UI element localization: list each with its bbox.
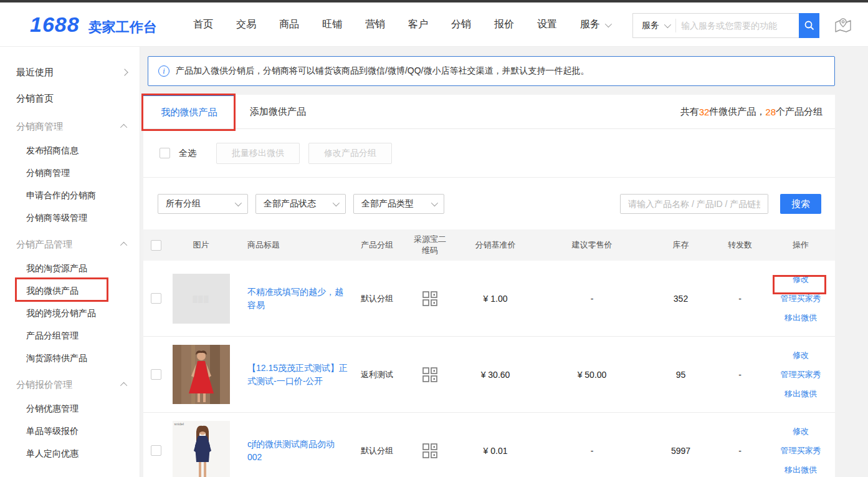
logo-1688[interactable]: 1688	[30, 12, 80, 37]
nav-item-settings[interactable]: 设置	[537, 18, 557, 31]
sidebar-section-distribution-product-management[interactable]: 分销产品管理	[0, 231, 140, 258]
remove-weigong-link[interactable]: 移出微供	[785, 388, 817, 400]
sidebar-section-distributor-management[interactable]: 分销商管理	[0, 113, 140, 140]
header-checkbox[interactable]	[151, 240, 161, 251]
sidebar-item-label: 我的微供产品	[26, 286, 79, 297]
row-checkbox[interactable]	[151, 445, 161, 456]
batch-remove-button[interactable]: 批量移出微供	[216, 143, 300, 164]
top-search-input[interactable]	[676, 21, 799, 31]
product-summary: 共有32件微供产品，28个产品分组	[680, 95, 823, 129]
nav-item-quotes[interactable]: 报价	[494, 18, 514, 31]
sidebar-item-publish-investment-info[interactable]: 发布招商信息	[0, 140, 140, 162]
group-filter-value: 所有分组	[166, 198, 201, 210]
sidebar-item-single-product-level-quote[interactable]: 单品等级报价	[0, 420, 140, 443]
nav-item-distribution[interactable]: 分销	[451, 18, 471, 31]
product-title-link[interactable]: 【12.15茂茂正式测试】正式测试-一口价-公开	[247, 362, 349, 388]
manage-buyer-show-link[interactable]: 管理买家秀	[781, 293, 821, 304]
magnifier-icon	[804, 20, 815, 31]
col-header-base-price: 分销基准价	[455, 239, 536, 251]
top-search-button[interactable]	[799, 13, 819, 38]
nav-item-shop[interactable]: 旺铺	[322, 18, 342, 31]
change-group-button[interactable]: 修改产品分组	[308, 143, 392, 164]
nav-item-marketing[interactable]: 营销	[365, 18, 385, 31]
sidebar-section-distribution-quote-management[interactable]: 分销报价管理	[0, 372, 140, 398]
sidebar-item-product-group-management[interactable]: 产品分组管理	[0, 325, 140, 347]
forwards-value: -	[738, 370, 742, 380]
summary-product-count: 32	[699, 107, 710, 117]
chevron-right-icon	[121, 69, 128, 75]
remove-weigong-link[interactable]: 移出微供	[785, 465, 817, 476]
sidebar-item-distributor-level-management[interactable]: 分销商等级管理	[0, 207, 140, 229]
tab-add-weigong-products[interactable]: 添加微供产品	[236, 95, 320, 128]
sidebar-item-distributor-management[interactable]: 分销商管理	[0, 162, 140, 185]
nav-item-services[interactable]: 服务	[580, 18, 610, 31]
edit-link[interactable]: 修改	[793, 426, 809, 437]
status-filter-dropdown[interactable]: 全部产品状态	[255, 194, 346, 214]
sidebar-item-my-crossborder-products[interactable]: 我的跨境分销产品	[0, 302, 140, 325]
top-search-box: 服务	[632, 13, 819, 38]
row-actions: 修改 管理买家秀 移出微供	[766, 350, 835, 400]
remove-weigong-link[interactable]: 移出微供	[785, 312, 817, 324]
row-checkbox[interactable]	[151, 369, 161, 380]
image-watermark: ▒▒▒	[193, 295, 209, 302]
seller-workspace-page: 1688 卖家工作台 首页 交易 商品 旺铺 营销 客户 分销 报价 设置 服务…	[0, 0, 868, 477]
nav-item-trade[interactable]: 交易	[236, 18, 256, 31]
sidebar-item-label: 分销首页	[16, 93, 54, 105]
base-price: ¥ 0.01	[484, 446, 508, 456]
site-map-button[interactable]	[832, 15, 854, 36]
select-all-checkbox[interactable]	[160, 148, 170, 158]
chevron-up-icon	[120, 382, 127, 389]
table-header: 图片 商品标题 产品分组 采源宝二维码 分销基准价 建议零售价 库存 转发数 操…	[143, 229, 835, 261]
main-content: i 产品加入微供分销后，分销商将可以铺货该商品到微信/微博/QQ/微小店等社交渠…	[143, 47, 835, 477]
product-image[interactable]: ▒▒▒	[173, 274, 230, 324]
sidebar-item-distribution-home[interactable]: 分销首页	[0, 85, 140, 112]
group-filter-dropdown[interactable]: 所有分组	[158, 194, 248, 214]
select-all-label[interactable]: 全选	[179, 148, 196, 159]
qr-code-icon[interactable]	[422, 367, 438, 383]
qr-code-icon[interactable]	[422, 443, 438, 459]
nav-item-products[interactable]: 商品	[279, 18, 299, 31]
manage-buyer-show-link[interactable]: 管理买家秀	[781, 369, 821, 380]
nav-item-customers[interactable]: 客户	[408, 18, 428, 31]
product-search-input[interactable]	[621, 195, 768, 213]
sidebar-item-recently-used[interactable]: 最近使用	[0, 59, 140, 85]
qr-code-icon[interactable]	[422, 291, 438, 307]
type-filter-value: 全部产品类型	[361, 198, 414, 210]
sidebar-item-my-taohuoyuan-products[interactable]: 我的淘货源产品	[0, 258, 140, 280]
sidebar-item-label: 发布招商信息	[26, 145, 79, 157]
product-title-link[interactable]: 不精准或填写的越少，越容易	[247, 286, 349, 312]
sidebar-section-label: 分销报价管理	[16, 379, 72, 391]
product-panel: 我的微供产品 添加微供产品 共有32件微供产品，28个产品分组 全选 批量移出微…	[143, 95, 835, 477]
row-checkbox[interactable]	[151, 293, 161, 304]
tab-my-weigong-products[interactable]: 我的微供产品	[143, 95, 236, 128]
chevron-down-icon	[333, 199, 340, 206]
brand-watermark: snidel	[174, 422, 184, 426]
sidebar-item-taohuoyuan-special-products[interactable]: 淘货源特供产品	[0, 347, 140, 370]
sidebar-item-distribution-discount-management[interactable]: 分销优惠管理	[0, 398, 140, 420]
product-title-link[interactable]: cjf的微供测试商品勿动002	[247, 438, 349, 464]
brand-area[interactable]: 1688 卖家工作台	[30, 12, 157, 37]
manage-buyer-show-link[interactable]: 管理买家秀	[781, 445, 821, 456]
product-image[interactable]: snidel	[173, 421, 230, 477]
sidebar-item-label: 分销商等级管理	[26, 213, 87, 224]
nav-item-home[interactable]: 首页	[193, 18, 213, 31]
col-header-stock: 库存	[648, 239, 713, 251]
sidebar-item-my-weigong-products[interactable]: 我的微供产品	[0, 280, 140, 302]
product-search-box	[620, 194, 768, 214]
edit-link[interactable]: 修改	[793, 350, 809, 361]
forwards-value: -	[738, 446, 742, 456]
col-header-image: 图片	[168, 239, 234, 251]
product-image[interactable]	[173, 345, 230, 404]
col-header-forwards: 转发数	[713, 239, 766, 251]
type-filter-dropdown[interactable]: 全部产品类型	[353, 194, 444, 214]
edit-link[interactable]: 修改	[793, 274, 809, 285]
search-category-dropdown[interactable]: 服务	[633, 19, 676, 32]
table-row: 【12.15茂茂正式测试】正式测试-一口价-公开 返利测试 ¥ 30.60 ¥ …	[143, 337, 835, 413]
chevron-up-icon	[120, 124, 127, 131]
product-search-button[interactable]: 搜索	[780, 194, 821, 214]
sidebar-item-single-person-discount[interactable]: 单人定向优惠	[0, 443, 140, 465]
forwards-value: -	[738, 294, 742, 304]
product-group: 默认分组	[361, 446, 393, 455]
sidebar-item-cooperation-applications[interactable]: 申请合作的分销商	[0, 185, 140, 207]
summary-text: 件微供产品，	[709, 106, 765, 118]
